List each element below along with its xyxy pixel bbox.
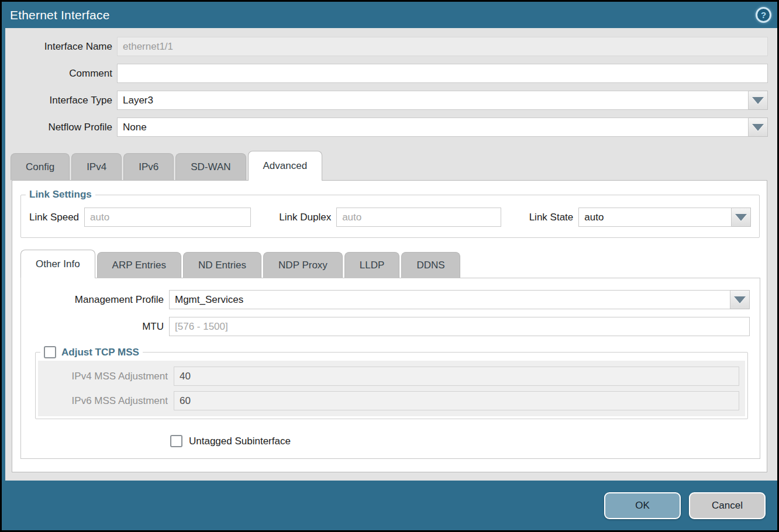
chevron-down-icon [735, 214, 747, 221]
netflow-profile-dropdown-button[interactable] [749, 118, 768, 137]
ok-button[interactable]: OK [604, 492, 681, 519]
link-settings-fieldset: Link Settings Link Speed Link Duplex [20, 189, 760, 238]
mss-disabled-block: IPv4 MSS Adjustment IPv6 MSS Adjustment [38, 361, 745, 416]
adjust-tcp-mss-legend: Adjust TCP MSS [40, 346, 143, 358]
ipv6-mss-row: IPv6 MSS Adjustment [38, 391, 745, 410]
link-duplex-group: Link Duplex [279, 208, 501, 227]
adjust-tcp-mss-fieldset: Adjust TCP MSS IPv4 MSS Adjustment IPv6 … [35, 346, 748, 419]
ipv6-mss-field [174, 391, 739, 410]
ipv4-mss-row: IPv4 MSS Adjustment [38, 367, 745, 386]
ipv6-mss-label: IPv6 MSS Adjustment [38, 395, 174, 407]
management-profile-dropdown-button[interactable] [730, 290, 750, 309]
link-state-label: Link State [529, 212, 579, 223]
main-tab-bar: Config IPv4 IPv6 SD-WAN Advanced [11, 151, 777, 180]
tab-ndp-proxy[interactable]: NDP Proxy [263, 252, 343, 278]
chevron-down-icon [752, 124, 764, 131]
interface-type-select[interactable] [117, 91, 749, 110]
link-speed-label: Link Speed [29, 212, 84, 223]
link-speed-field[interactable] [84, 208, 251, 227]
interface-type-label: Interface Type [5, 95, 117, 106]
adjust-tcp-mss-checkbox[interactable] [44, 346, 56, 358]
link-settings-legend: Link Settings [26, 189, 95, 201]
interface-name-field [117, 37, 768, 56]
interface-type-dropdown-button[interactable] [749, 91, 768, 110]
dialog-body: Interface Name Comment Interface Type [5, 28, 777, 481]
tab-ddns[interactable]: DDNS [401, 252, 460, 278]
dialog-titlebar: Ethernet Interface ? [5, 2, 777, 28]
tab-sdwan[interactable]: SD-WAN [175, 153, 246, 180]
chevron-down-icon [752, 97, 764, 104]
ethernet-interface-dialog: Ethernet Interface ? Interface Name Comm… [0, 0, 779, 532]
chevron-down-icon [734, 296, 746, 303]
interface-name-label: Interface Name [5, 41, 117, 53]
tab-lldp[interactable]: LLDP [344, 252, 400, 278]
untagged-subinterface-checkbox[interactable] [170, 435, 182, 447]
untagged-subinterface-row: Untagged Subinterface [170, 435, 760, 447]
link-state-group: Link State [529, 208, 751, 227]
tab-advanced[interactable]: Advanced [248, 151, 323, 180]
untagged-subinterface-label: Untagged Subinterface [189, 436, 291, 447]
sub-tab-bar: Other Info ARP Entries ND Entries NDP Pr… [20, 250, 767, 278]
cancel-button[interactable]: Cancel [689, 492, 766, 519]
netflow-profile-label: Netflow Profile [5, 122, 117, 133]
comment-field[interactable] [117, 64, 768, 83]
link-state-select[interactable] [578, 208, 732, 227]
interface-name-row: Interface Name [5, 37, 777, 56]
management-profile-label: Management Profile [21, 294, 169, 306]
tab-nd-entries[interactable]: ND Entries [183, 252, 261, 278]
advanced-tab-panel: Link Settings Link Speed Link Duplex [12, 180, 767, 472]
link-duplex-label: Link Duplex [279, 212, 336, 223]
tab-other-info[interactable]: Other Info [20, 250, 95, 278]
tab-config[interactable]: Config [11, 153, 70, 180]
link-duplex-field[interactable] [336, 208, 501, 227]
adjust-tcp-mss-label: Adjust TCP MSS [61, 347, 139, 358]
management-profile-select[interactable] [169, 290, 730, 309]
interface-type-row: Interface Type [5, 91, 777, 110]
dialog-title: Ethernet Interface [10, 8, 110, 22]
tab-ipv4[interactable]: IPv4 [71, 153, 122, 180]
comment-row: Comment [5, 64, 777, 83]
link-state-dropdown-button[interactable] [732, 208, 751, 227]
ipv4-mss-label: IPv4 MSS Adjustment [38, 371, 174, 382]
help-icon[interactable]: ? [756, 7, 771, 23]
mtu-label: MTU [21, 321, 169, 333]
link-speed-group: Link Speed [29, 208, 251, 227]
comment-label: Comment [5, 68, 117, 80]
mtu-field[interactable] [169, 317, 750, 336]
other-info-panel: Management Profile MTU [20, 278, 760, 459]
dialog-frame: Ethernet Interface ? Interface Name Comm… [2, 2, 777, 530]
mtu-row: MTU [21, 317, 760, 336]
dialog-footer: OK Cancel [5, 481, 777, 530]
ipv4-mss-field [174, 367, 739, 386]
tab-ipv6[interactable]: IPv6 [123, 153, 174, 180]
tab-arp-entries[interactable]: ARP Entries [97, 252, 181, 278]
management-profile-row: Management Profile [21, 290, 760, 309]
netflow-profile-select[interactable] [117, 118, 749, 137]
netflow-profile-row: Netflow Profile [5, 118, 777, 137]
